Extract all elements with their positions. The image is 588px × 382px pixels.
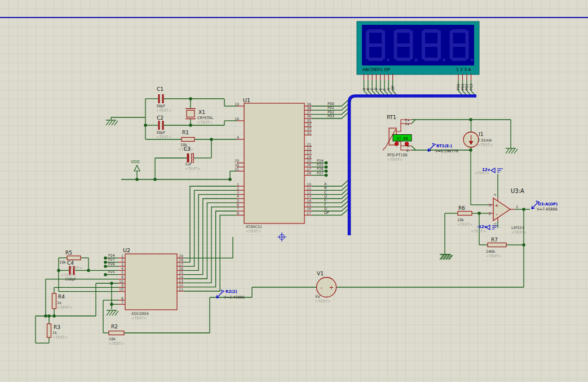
digit-segment (394, 30, 397, 45)
pin-number: 2 (121, 258, 123, 262)
v1-minus-sign: - (320, 284, 322, 291)
pin-number: 29 (235, 159, 239, 163)
r5-value: 10k (59, 260, 66, 265)
junction-dot (325, 165, 328, 169)
r2-value: 10k (109, 337, 116, 341)
rt1-terminal-eplus: E+ (405, 118, 410, 122)
pin-number: 15 (179, 270, 183, 274)
net-label: P00 (456, 84, 460, 90)
capacitor-c3[interactable] (187, 153, 189, 163)
pin-number: 28 (307, 171, 311, 175)
digit-segment (424, 43, 439, 47)
resistor-r4[interactable] (52, 293, 56, 309)
crystal-x1[interactable] (187, 111, 194, 117)
digit-segment (394, 45, 397, 59)
junction-dot (135, 178, 139, 181)
v1-text: <TEXT> (315, 299, 330, 304)
capacitor-c2[interactable] (162, 121, 164, 130)
digit-segment (382, 45, 385, 59)
net-label: DP (324, 210, 329, 214)
net-label: DP (391, 85, 395, 90)
net-label: D (374, 87, 378, 90)
pin-number: 38 (307, 106, 311, 110)
digit-segment (424, 29, 439, 33)
r4-text: <TEXT> (57, 305, 72, 310)
r2-ref: R2 (111, 324, 118, 330)
junction-dot (110, 303, 113, 306)
minus12v-power-label: -12v (477, 225, 487, 229)
pin-number: 1 (121, 254, 123, 258)
pin-number: 6 (121, 296, 123, 300)
pin-number: 13 (179, 279, 183, 283)
capacitor-c2[interactable] (158, 121, 160, 130)
digit-dp (387, 58, 390, 61)
resistor-r6[interactable] (458, 212, 472, 216)
net-label: F (382, 88, 386, 90)
resistor-r1[interactable] (182, 138, 194, 142)
net-label: A (362, 87, 366, 90)
c2-text: <TEXT> (156, 135, 171, 139)
sheet-border-line (0, 17, 588, 18)
pin-number: 3 (237, 190, 239, 194)
capacitor-c1[interactable] (162, 94, 164, 103)
u3a-part: LM324 (511, 226, 525, 230)
pin-number: 19 (235, 102, 239, 106)
pin-number: 25 (307, 159, 311, 163)
net-label: P03 (469, 84, 473, 90)
resistor-r7[interactable] (488, 243, 506, 247)
x1-ref: X1 (198, 109, 205, 115)
resistor-r5[interactable] (67, 256, 81, 260)
digit-segment (466, 45, 469, 59)
pin-number: 5 (237, 199, 239, 203)
junction-dot (522, 208, 525, 211)
digit-segment (366, 30, 369, 45)
pin-number: 30 (235, 163, 239, 167)
resistor-r3[interactable] (47, 324, 51, 337)
pin-number: 11 (307, 186, 311, 190)
pin-number: 20 (179, 254, 183, 258)
pin-number: 36 (307, 114, 311, 118)
display-segment-legend: ABCDEFG DP (362, 67, 390, 72)
capacitor-c1[interactable] (158, 94, 160, 103)
rt1-ref: RT1 (387, 115, 396, 120)
adc-u2-adc0804[interactable]: U2 ADC0804 <TEXT> (123, 247, 177, 320)
u2-ref: U2 (123, 247, 130, 253)
digit-segment (452, 43, 467, 47)
junction-dot (325, 174, 328, 177)
pin-number: 17 (307, 211, 311, 215)
v1-value: 5V (315, 295, 320, 299)
pin-number: 10 (307, 182, 311, 186)
pin-number: 7 (237, 207, 239, 210)
u3a-plus-input: + (494, 203, 499, 208)
u3a-pin3-number: 3 (489, 203, 491, 208)
rt1-decrement-button[interactable] (395, 142, 398, 146)
seven-segment-display[interactable]: ABCDEFG DP 1 2 3 4 (357, 21, 479, 74)
u2-body[interactable] (125, 254, 177, 310)
r1-ref: R1 (182, 130, 189, 135)
junction-dot (57, 269, 60, 273)
rt1-part: RTD-PT100 (387, 153, 408, 157)
rt1-increment-button[interactable] (405, 142, 408, 146)
net-label: P27 (108, 257, 115, 261)
r6-ref: R6 (458, 205, 465, 211)
pin-number: 37 (307, 110, 311, 114)
digit-segment (368, 29, 383, 33)
mcu-u1-at89c51[interactable]: U1 AT89C51 <TEXT> (243, 97, 304, 234)
u3a-pin11-number: 11 (493, 223, 497, 227)
minus12v-text: <TEXT> (471, 229, 486, 234)
c1-ref: C1 (157, 86, 163, 92)
digit-segment (368, 58, 383, 61)
u1-body[interactable] (244, 103, 304, 223)
junction-dot (153, 178, 157, 181)
pin-number: 9 (237, 135, 239, 139)
junction-dot (104, 261, 107, 264)
pin-number: 1 (237, 182, 239, 186)
u3a-minus-input: - (496, 212, 497, 217)
digit-segment (410, 30, 413, 45)
u3a-pin1-number: 1 (516, 205, 518, 209)
digit-segment (450, 45, 453, 59)
v1-plus-sign: + (329, 284, 334, 291)
digit-segment (422, 45, 425, 59)
resistor-r2[interactable] (109, 331, 124, 335)
proteus-schematic-canvas[interactable]: ABCDEFG DP 1 2 3 4 19XTAL118XTAL29RST29P… (0, 0, 588, 382)
